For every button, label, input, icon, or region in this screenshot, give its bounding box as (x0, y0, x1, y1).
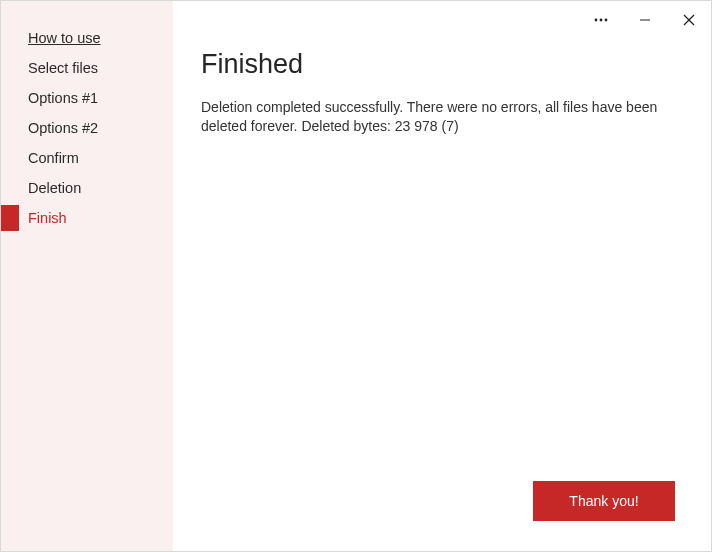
sidebar: How to use Select files Options #1 Optio… (1, 1, 173, 551)
sidebar-item-label: Options #1 (28, 90, 98, 106)
minimize-button[interactable] (623, 1, 667, 39)
sidebar-item-label: Confirm (28, 150, 79, 166)
sidebar-item-select-files[interactable]: Select files (1, 53, 173, 83)
sidebar-item-label: Deletion (28, 180, 81, 196)
sidebar-item-confirm[interactable]: Confirm (1, 143, 173, 173)
page-title: Finished (201, 49, 683, 80)
minimize-icon (639, 14, 651, 26)
sidebar-item-label: How to use (28, 30, 101, 46)
sidebar-item-label: Finish (28, 210, 67, 226)
more-icon (594, 18, 608, 22)
sidebar-item-how-to-use[interactable]: How to use (1, 23, 173, 53)
sidebar-item-options-1[interactable]: Options #1 (1, 83, 173, 113)
svg-point-0 (595, 19, 598, 22)
main-content: Finished Deletion completed successfully… (173, 1, 711, 551)
app-window: How to use Select files Options #1 Optio… (0, 0, 712, 552)
sidebar-item-deletion[interactable]: Deletion (1, 173, 173, 203)
sidebar-item-label: Options #2 (28, 120, 98, 136)
svg-point-2 (605, 19, 608, 22)
more-button[interactable] (579, 1, 623, 39)
sidebar-item-label: Select files (28, 60, 98, 76)
svg-point-1 (600, 19, 603, 22)
titlebar (579, 1, 711, 39)
sidebar-item-options-2[interactable]: Options #2 (1, 113, 173, 143)
thank-you-button[interactable]: Thank you! (533, 481, 675, 521)
close-button[interactable] (667, 1, 711, 39)
sidebar-item-finish[interactable]: Finish (1, 203, 173, 233)
page-body: Deletion completed successfully. There w… (201, 98, 681, 136)
close-icon (683, 14, 695, 26)
